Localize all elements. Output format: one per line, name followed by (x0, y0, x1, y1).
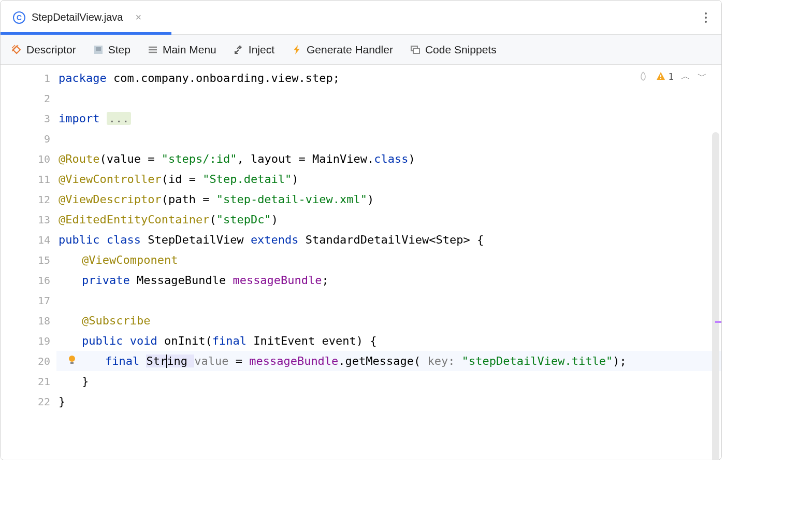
code-editor[interactable]: 1 2 3 9 10 11 12 13 14 15 16 17 18 19 20… (1, 65, 721, 460)
close-icon[interactable]: × (135, 11, 141, 23)
svg-point-7 (69, 356, 75, 362)
line-number[interactable]: 1 (1, 68, 56, 88)
inspections-widget[interactable]: 1 ︿ ﹀ (638, 70, 707, 82)
fire-icon (638, 71, 648, 81)
code-content[interactable]: package com.company.onboarding.view.step… (56, 65, 721, 460)
more-options-button[interactable] (701, 8, 711, 27)
line-number[interactable]: 16 (1, 270, 56, 290)
inject-icon (233, 44, 244, 55)
chevron-down-icon[interactable]: ﹀ (698, 70, 707, 82)
line-number[interactable]: 9 (1, 129, 56, 149)
code-snippets-button[interactable]: Code Snippets (410, 44, 497, 56)
intention-bulb-icon[interactable] (67, 355, 77, 367)
line-number[interactable]: 3 (1, 108, 56, 129)
main-menu-button[interactable]: Main Menu (147, 44, 216, 56)
step-button[interactable]: Step (93, 44, 130, 56)
inject-button[interactable]: Inject (233, 44, 274, 56)
editor-toolbar: Descriptor Step Main Menu Inject Generat… (1, 35, 721, 65)
line-gutter: 1 2 3 9 10 11 12 13 14 15 16 17 18 19 20… (1, 65, 56, 460)
line-number[interactable]: 19 (1, 331, 56, 351)
svg-rect-1 (96, 47, 101, 51)
generate-handler-button[interactable]: Generate Handler (291, 44, 393, 56)
warning-icon (656, 71, 666, 81)
line-number[interactable]: 20 (1, 351, 56, 371)
vertical-scrollbar[interactable] (712, 132, 719, 460)
line-number[interactable]: 18 (1, 310, 56, 331)
descriptor-button[interactable]: Descriptor (11, 44, 76, 56)
folded-imports[interactable]: ... (107, 112, 132, 125)
java-class-icon: C (13, 11, 25, 24)
line-number[interactable]: 2 (1, 88, 56, 108)
error-stripe-marker[interactable] (715, 321, 721, 323)
descriptor-icon (11, 44, 22, 55)
file-tab[interactable]: C StepDetailView.java × (1, 1, 154, 34)
svg-rect-9 (660, 75, 661, 77)
line-number[interactable]: 10 (1, 149, 56, 169)
snippets-icon (410, 44, 421, 55)
line-number[interactable]: 12 (1, 189, 56, 209)
svg-rect-6 (413, 49, 419, 53)
svg-rect-8 (70, 362, 74, 364)
line-number[interactable]: 22 (1, 391, 56, 412)
line-number[interactable]: 14 (1, 230, 56, 250)
line-number[interactable]: 11 (1, 169, 56, 189)
line-number[interactable]: 15 (1, 250, 56, 270)
tab-title: StepDetailView.java (32, 11, 123, 23)
line-number[interactable]: 21 (1, 371, 56, 391)
line-number[interactable]: 17 (1, 290, 56, 310)
warnings-badge[interactable]: 1 (656, 71, 674, 82)
step-icon (93, 44, 104, 55)
line-number[interactable]: 13 (1, 209, 56, 230)
svg-rect-10 (660, 78, 661, 79)
menu-icon (147, 44, 158, 55)
lightning-icon (291, 44, 302, 55)
tab-bar: C StepDetailView.java × (1, 1, 721, 35)
chevron-up-icon[interactable]: ︿ (681, 70, 690, 82)
